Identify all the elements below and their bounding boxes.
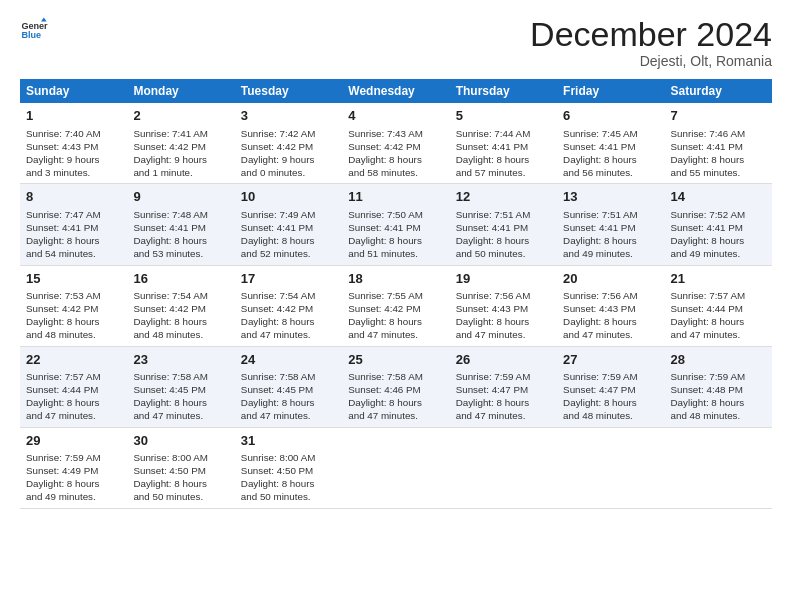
day-number: 2 <box>133 107 228 125</box>
calendar-cell: 24Sunrise: 7:58 AM Sunset: 4:45 PM Dayli… <box>235 346 342 427</box>
day-info: Sunrise: 7:41 AM Sunset: 4:42 PM Dayligh… <box>133 127 228 180</box>
calendar-cell: 11Sunrise: 7:50 AM Sunset: 4:41 PM Dayli… <box>342 184 449 265</box>
header-saturday: Saturday <box>665 79 772 103</box>
day-info: Sunrise: 8:00 AM Sunset: 4:50 PM Dayligh… <box>133 451 228 504</box>
calendar-cell: 9Sunrise: 7:48 AM Sunset: 4:41 PM Daylig… <box>127 184 234 265</box>
day-info: Sunrise: 7:48 AM Sunset: 4:41 PM Dayligh… <box>133 208 228 261</box>
day-info: Sunrise: 7:51 AM Sunset: 4:41 PM Dayligh… <box>563 208 658 261</box>
calendar-cell <box>450 427 557 508</box>
day-number: 15 <box>26 270 121 288</box>
day-info: Sunrise: 7:47 AM Sunset: 4:41 PM Dayligh… <box>26 208 121 261</box>
day-number: 11 <box>348 188 443 206</box>
header-thursday: Thursday <box>450 79 557 103</box>
calendar-cell: 27Sunrise: 7:59 AM Sunset: 4:47 PM Dayli… <box>557 346 664 427</box>
calendar-cell: 20Sunrise: 7:56 AM Sunset: 4:43 PM Dayli… <box>557 265 664 346</box>
day-number: 26 <box>456 351 551 369</box>
day-info: Sunrise: 7:58 AM Sunset: 4:45 PM Dayligh… <box>133 370 228 423</box>
month-title: December 2024 <box>530 16 772 53</box>
day-number: 23 <box>133 351 228 369</box>
calendar-cell: 30Sunrise: 8:00 AM Sunset: 4:50 PM Dayli… <box>127 427 234 508</box>
weekday-header-row: Sunday Monday Tuesday Wednesday Thursday… <box>20 79 772 103</box>
day-number: 9 <box>133 188 228 206</box>
location: Dejesti, Olt, Romania <box>530 53 772 69</box>
calendar-cell: 22Sunrise: 7:57 AM Sunset: 4:44 PM Dayli… <box>20 346 127 427</box>
calendar-cell: 18Sunrise: 7:55 AM Sunset: 4:42 PM Dayli… <box>342 265 449 346</box>
day-number: 18 <box>348 270 443 288</box>
calendar-week-2: 8Sunrise: 7:47 AM Sunset: 4:41 PM Daylig… <box>20 184 772 265</box>
calendar-cell: 2Sunrise: 7:41 AM Sunset: 4:42 PM Daylig… <box>127 103 234 184</box>
main-container: General Blue December 2024 Dejesti, Olt,… <box>0 0 792 519</box>
day-number: 27 <box>563 351 658 369</box>
calendar-cell: 29Sunrise: 7:59 AM Sunset: 4:49 PM Dayli… <box>20 427 127 508</box>
day-info: Sunrise: 7:46 AM Sunset: 4:41 PM Dayligh… <box>671 127 766 180</box>
header-friday: Friday <box>557 79 664 103</box>
calendar-cell: 31Sunrise: 8:00 AM Sunset: 4:50 PM Dayli… <box>235 427 342 508</box>
svg-text:General: General <box>21 21 48 31</box>
day-info: Sunrise: 7:43 AM Sunset: 4:42 PM Dayligh… <box>348 127 443 180</box>
day-info: Sunrise: 7:52 AM Sunset: 4:41 PM Dayligh… <box>671 208 766 261</box>
day-number: 1 <box>26 107 121 125</box>
header-tuesday: Tuesday <box>235 79 342 103</box>
day-number: 12 <box>456 188 551 206</box>
day-number: 6 <box>563 107 658 125</box>
day-info: Sunrise: 7:50 AM Sunset: 4:41 PM Dayligh… <box>348 208 443 261</box>
day-number: 14 <box>671 188 766 206</box>
day-info: Sunrise: 7:58 AM Sunset: 4:46 PM Dayligh… <box>348 370 443 423</box>
day-info: Sunrise: 7:54 AM Sunset: 4:42 PM Dayligh… <box>133 289 228 342</box>
calendar-cell: 23Sunrise: 7:58 AM Sunset: 4:45 PM Dayli… <box>127 346 234 427</box>
day-number: 7 <box>671 107 766 125</box>
day-number: 22 <box>26 351 121 369</box>
calendar-cell: 1Sunrise: 7:40 AM Sunset: 4:43 PM Daylig… <box>20 103 127 184</box>
calendar-cell: 26Sunrise: 7:59 AM Sunset: 4:47 PM Dayli… <box>450 346 557 427</box>
calendar-cell: 3Sunrise: 7:42 AM Sunset: 4:42 PM Daylig… <box>235 103 342 184</box>
day-info: Sunrise: 7:59 AM Sunset: 4:47 PM Dayligh… <box>563 370 658 423</box>
calendar-cell: 25Sunrise: 7:58 AM Sunset: 4:46 PM Dayli… <box>342 346 449 427</box>
day-number: 10 <box>241 188 336 206</box>
day-number: 28 <box>671 351 766 369</box>
calendar-cell: 13Sunrise: 7:51 AM Sunset: 4:41 PM Dayli… <box>557 184 664 265</box>
day-number: 16 <box>133 270 228 288</box>
calendar-cell: 6Sunrise: 7:45 AM Sunset: 4:41 PM Daylig… <box>557 103 664 184</box>
calendar-cell: 7Sunrise: 7:46 AM Sunset: 4:41 PM Daylig… <box>665 103 772 184</box>
calendar-table: Sunday Monday Tuesday Wednesday Thursday… <box>20 79 772 508</box>
calendar-cell: 17Sunrise: 7:54 AM Sunset: 4:42 PM Dayli… <box>235 265 342 346</box>
calendar-cell: 5Sunrise: 7:44 AM Sunset: 4:41 PM Daylig… <box>450 103 557 184</box>
day-number: 21 <box>671 270 766 288</box>
header-sunday: Sunday <box>20 79 127 103</box>
day-info: Sunrise: 7:44 AM Sunset: 4:41 PM Dayligh… <box>456 127 551 180</box>
calendar-cell: 16Sunrise: 7:54 AM Sunset: 4:42 PM Dayli… <box>127 265 234 346</box>
calendar-cell <box>557 427 664 508</box>
day-info: Sunrise: 7:59 AM Sunset: 4:48 PM Dayligh… <box>671 370 766 423</box>
day-info: Sunrise: 7:57 AM Sunset: 4:44 PM Dayligh… <box>26 370 121 423</box>
day-info: Sunrise: 7:45 AM Sunset: 4:41 PM Dayligh… <box>563 127 658 180</box>
day-info: Sunrise: 7:53 AM Sunset: 4:42 PM Dayligh… <box>26 289 121 342</box>
day-info: Sunrise: 7:42 AM Sunset: 4:42 PM Dayligh… <box>241 127 336 180</box>
calendar-cell: 12Sunrise: 7:51 AM Sunset: 4:41 PM Dayli… <box>450 184 557 265</box>
day-info: Sunrise: 7:58 AM Sunset: 4:45 PM Dayligh… <box>241 370 336 423</box>
title-block: December 2024 Dejesti, Olt, Romania <box>530 16 772 69</box>
day-number: 25 <box>348 351 443 369</box>
day-number: 29 <box>26 432 121 450</box>
header: General Blue December 2024 Dejesti, Olt,… <box>20 16 772 69</box>
day-number: 20 <box>563 270 658 288</box>
day-info: Sunrise: 7:49 AM Sunset: 4:41 PM Dayligh… <box>241 208 336 261</box>
calendar-cell: 10Sunrise: 7:49 AM Sunset: 4:41 PM Dayli… <box>235 184 342 265</box>
calendar-cell: 28Sunrise: 7:59 AM Sunset: 4:48 PM Dayli… <box>665 346 772 427</box>
day-number: 31 <box>241 432 336 450</box>
calendar-week-1: 1Sunrise: 7:40 AM Sunset: 4:43 PM Daylig… <box>20 103 772 184</box>
day-info: Sunrise: 7:56 AM Sunset: 4:43 PM Dayligh… <box>456 289 551 342</box>
day-info: Sunrise: 7:54 AM Sunset: 4:42 PM Dayligh… <box>241 289 336 342</box>
header-monday: Monday <box>127 79 234 103</box>
day-info: Sunrise: 7:51 AM Sunset: 4:41 PM Dayligh… <box>456 208 551 261</box>
day-info: Sunrise: 7:57 AM Sunset: 4:44 PM Dayligh… <box>671 289 766 342</box>
calendar-cell: 15Sunrise: 7:53 AM Sunset: 4:42 PM Dayli… <box>20 265 127 346</box>
day-number: 30 <box>133 432 228 450</box>
logo: General Blue <box>20 16 48 44</box>
calendar-cell: 14Sunrise: 7:52 AM Sunset: 4:41 PM Dayli… <box>665 184 772 265</box>
calendar-cell: 4Sunrise: 7:43 AM Sunset: 4:42 PM Daylig… <box>342 103 449 184</box>
day-info: Sunrise: 7:59 AM Sunset: 4:49 PM Dayligh… <box>26 451 121 504</box>
header-wednesday: Wednesday <box>342 79 449 103</box>
day-number: 13 <box>563 188 658 206</box>
svg-marker-2 <box>41 17 47 21</box>
calendar-week-4: 22Sunrise: 7:57 AM Sunset: 4:44 PM Dayli… <box>20 346 772 427</box>
